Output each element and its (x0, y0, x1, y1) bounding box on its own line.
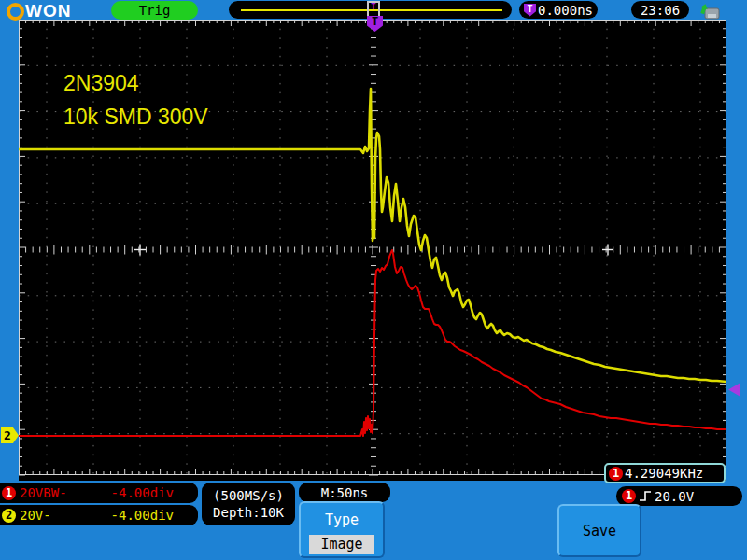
annotation-text: 2N3904 10k SMD 300V (63, 66, 208, 133)
sample-rate: (500MS/s) (213, 488, 284, 503)
channel1-offset: -4.00div (111, 485, 174, 500)
owon-logo: WON (7, 2, 71, 21)
frequency-value: 4.29049KHz (625, 466, 703, 481)
trigger-level-value: 20.0V (655, 489, 694, 504)
trigger-time-display: T 0.000ns (519, 1, 598, 19)
acquisition-status: (500MS/s) Depth:10K (202, 483, 295, 525)
waveform-display: 2N3904 10k SMD 300V (19, 20, 726, 481)
trigger-settings-status: 1 20.0V (616, 486, 742, 506)
trigger-time-value: 0.000ns (538, 3, 593, 18)
channel2-badge: 2 (2, 509, 16, 523)
save-button[interactable]: Save (557, 504, 641, 557)
owon-ring-icon (7, 3, 24, 21)
channel1-badge: 1 (609, 467, 623, 481)
rising-edge-icon (639, 489, 652, 503)
channel2-offset: -4.00div (111, 508, 174, 523)
type-menu-button[interactable]: Type Image (299, 501, 385, 558)
trigger-level-marker (728, 383, 740, 397)
owon-wordmark: WON (25, 2, 71, 21)
clock-display: 23:06 (631, 1, 689, 19)
record-depth: Depth:10K (213, 505, 284, 520)
channel1-status: 1 20VBW- -4.00div (0, 483, 198, 503)
trigger-source-badge: 1 (622, 489, 636, 503)
timebase-status: M:50ns (299, 483, 390, 502)
channel2-scale: 20V- (20, 508, 51, 523)
annotation-line2: 10k SMD 300V (63, 100, 208, 133)
type-label: Type (301, 511, 383, 528)
frequency-counter: 1 4.29049KHz (604, 463, 726, 483)
channel1-badge: 1 (2, 486, 16, 500)
trace-ch1 (19, 250, 726, 436)
channel2-position-marker: 2 (1, 427, 19, 443)
usb-storage-icon (699, 3, 722, 20)
trigger-t-icon: T (524, 4, 536, 17)
channel1-scale: 20VBW- (20, 485, 67, 500)
type-selected-value[interactable]: Image (309, 535, 374, 554)
oscilloscope-screen: WON Trig T T 0.000ns 23:06 2N3904 10k SM… (0, 0, 747, 560)
channel2-status: 2 20V- -4.00div (0, 505, 198, 525)
trigger-status-badge: Trig (111, 1, 198, 20)
annotation-line1: 2N3904 (63, 66, 208, 100)
